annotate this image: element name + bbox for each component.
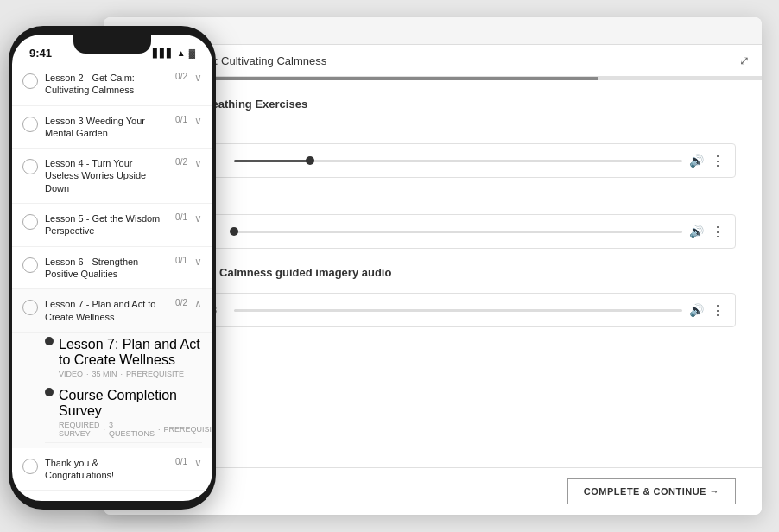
lesson-info-4: Lesson 4 - Turn Your Useless Worries Ups… [45, 157, 168, 194]
lesson-progress-5: 0/1 [175, 212, 187, 222]
lesson-progress-4: 0/2 [175, 157, 187, 167]
track-fill-1 [234, 160, 310, 162]
lesson-info-7: Lesson 7 - Plan and Act to Create Wellne… [45, 298, 168, 323]
section2-divider: II. Three Keys to Calmness guided imager… [130, 266, 736, 279]
lesson-progress-2: 0/2 [175, 72, 187, 81]
track-bar-3[interactable] [234, 309, 682, 312]
sub-item-type-1: VIDEO [59, 370, 83, 378]
sub-item-dot-sep4: · [158, 425, 161, 434]
chevron-down-icon-5[interactable]: ∨ [194, 212, 202, 225]
volume-icon-1[interactable]: 🔊 [689, 154, 704, 168]
signal-icon: ▋▋▋ [153, 48, 174, 58]
volume-icon-2[interactable]: 🔊 [689, 225, 704, 238]
sub-item-meta-1: VIDEO · 35 MIN · PREREQUISITE [59, 370, 202, 378]
dot-filled-icon-2 [45, 388, 54, 396]
lesson-info-6: Lesson 6 - Strengthen Positive Qualities [45, 256, 168, 281]
sub-items-lesson7: Lesson 7: Plan and Act to Create Wellnes… [12, 332, 212, 448]
phone-screen: 9:41 ▋▋▋ ▲ ▓ Lesson 2 - Get Calm: Cultiv… [12, 35, 212, 501]
exercise1-label: Exercise 1 [130, 124, 736, 136]
exercise2-label: Exercise 2 [130, 195, 736, 207]
volume-icon-3[interactable]: 🔊 [689, 303, 704, 317]
lesson-name-final: Thank you & Congratulations! [45, 457, 168, 482]
sub-item-row-2: Course Completion Survey REQUIRED SURVEY… [45, 383, 202, 443]
phone-notch [73, 35, 151, 54]
lesson-check-3 [22, 117, 38, 132]
track-bar-1[interactable] [234, 160, 682, 162]
lesson-check-6 [22, 257, 38, 273]
audio-player-3: ▶ 0:00 / 25:58 🔊 ⋮ [130, 293, 736, 327]
list-item[interactable]: Lesson 5 - Get the Wisdom Perspective 0/… [12, 204, 212, 247]
exercise-block-1: Exercise 1 1:04 / 6:12 🔊 [130, 124, 736, 178]
lesson-name-7: Lesson 7 - Plan and Act to Create Wellne… [45, 298, 168, 323]
sub-item-flag-1: PREREQUISITE [126, 370, 184, 378]
lesson-progress-6: 0/1 [175, 256, 187, 265]
sub-item-flag-2: PREREQUISITE [164, 425, 212, 434]
track-thumb-2 [230, 227, 238, 236]
lesson-check-2 [22, 73, 38, 89]
chevron-up-icon-7[interactable]: ∧ [194, 298, 202, 310]
lesson-name-5: Lesson 5 - Get the Wisdom Perspective [45, 212, 168, 238]
sub-item-meta-2: REQUIRED SURVEY · 3 QUESTIONS · PREREQUI… [59, 421, 212, 438]
lesson-info-3: Lesson 3 Weeding Your Mental Garden [45, 115, 168, 140]
track-thumb-1 [306, 156, 314, 165]
chevron-down-icon-6[interactable]: ∨ [194, 256, 202, 268]
section1-title: I. Abdominal Breathing Exercises [130, 98, 736, 111]
lesson-check-final [22, 459, 38, 474]
list-item[interactable]: Lesson 2 - Get Calm: Cultivating Calmnes… [12, 63, 212, 106]
sub-item-dot-sep: · [86, 370, 89, 378]
lesson-name-3: Lesson 3 Weeding Your Mental Garden [45, 115, 168, 140]
sub-item-dot-sep2: · [121, 370, 124, 378]
sub-item-duration-1: 35 MIN [92, 370, 117, 378]
lesson-check-5 [22, 214, 38, 230]
chevron-down-icon-final[interactable]: ∨ [194, 457, 202, 469]
dot-filled-icon-1 [45, 337, 54, 345]
lesson-progress-final: 0/1 [175, 457, 187, 466]
sub-item-questions-2: 3 QUESTIONS [109, 421, 155, 438]
battery-icon: ▓ [189, 48, 195, 58]
chevron-down-icon-3[interactable]: ∨ [194, 115, 202, 127]
phone-status-icons: ▋▋▋ ▲ ▓ [153, 48, 195, 58]
expand-icon[interactable]: ⤢ [739, 54, 750, 67]
more-icon-1[interactable]: ⋮ [711, 153, 725, 169]
section2-title: II. Three Keys to Calmness guided imager… [130, 266, 736, 279]
lesson-info-5: Lesson 5 - Get the Wisdom Perspective [45, 212, 168, 238]
phone-time: 9:41 [29, 47, 52, 60]
lesson-info-final: Thank you & Congratulations! [45, 457, 168, 482]
phone: 9:41 ▋▋▋ ▲ ▓ Lesson 2 - Get Calm: Cultiv… [9, 26, 216, 510]
sub-item-dot-sep3: · [104, 425, 106, 434]
lesson-name-2: Lesson 2 - Get Calm: Cultivating Calmnes… [45, 72, 168, 97]
list-item[interactable]: Lesson 4 - Turn Your Useless Worries Ups… [12, 149, 212, 204]
list-item[interactable]: Lesson 6 - Strengthen Positive Qualities… [12, 247, 212, 290]
lesson-progress-7: 0/2 [175, 298, 187, 307]
list-item[interactable]: Thank you & Congratulations! 0/1 ∨ [12, 448, 212, 491]
more-icon-2[interactable]: ⋮ [711, 224, 725, 240]
exercise-block-2: Exercise 2 ▶ 0:00 / 4:04 🔊 ⋮ [130, 195, 736, 249]
sub-item-type-2: REQUIRED SURVEY [59, 421, 100, 438]
lesson-progress-3: 0/1 [175, 115, 187, 124]
chevron-down-icon-2[interactable]: ∨ [194, 72, 202, 84]
lesson-name-6: Lesson 6 - Strengthen Positive Qualities [45, 256, 168, 281]
lesson-check-4 [22, 159, 38, 174]
audio-player-1: 1:04 / 6:12 🔊 ⋮ [130, 143, 736, 178]
list-item[interactable]: Lesson 7 - Plan and Act to Create Wellne… [12, 289, 212, 332]
wifi-icon: ▲ [177, 48, 186, 58]
list-item[interactable]: Lesson 3 Weeding Your Mental Garden 0/1 … [12, 106, 212, 149]
sub-item-row-1: Lesson 7: Plan and Act to Create Wellnes… [45, 332, 202, 383]
sub-item-name-2: Course Completion Survey [59, 388, 212, 419]
complete-continue-button[interactable]: COMPLETE & CONTINUE → [567, 478, 736, 504]
sub-item-info-2: Course Completion Survey REQUIRED SURVEY… [59, 388, 212, 438]
audio-player-2: ▶ 0:00 / 4:04 🔊 ⋮ [130, 214, 736, 249]
more-icon-3[interactable]: ⋮ [711, 302, 725, 319]
phone-scroll[interactable]: Lesson 2 - Get Calm: Cultivating Calmnes… [12, 63, 212, 501]
lesson-info-2: Lesson 2 - Get Calm: Cultivating Calmnes… [45, 72, 168, 97]
sub-item-info-1: Lesson 7: Plan and Act to Create Wellnes… [59, 337, 202, 378]
exercise-block-3: ▶ 0:00 / 25:58 🔊 ⋮ [130, 293, 736, 327]
scene: Lesson 2: Get Calm: Cultivating Calmness… [0, 0, 779, 532]
chevron-down-icon-4[interactable]: ∨ [194, 157, 202, 169]
lesson-check-7 [22, 300, 38, 315]
lesson-name-4: Lesson 4 - Turn Your Useless Worries Ups… [45, 157, 168, 194]
track-bar-2[interactable] [234, 231, 682, 233]
sub-item-name-1: Lesson 7: Plan and Act to Create Wellnes… [59, 337, 202, 368]
